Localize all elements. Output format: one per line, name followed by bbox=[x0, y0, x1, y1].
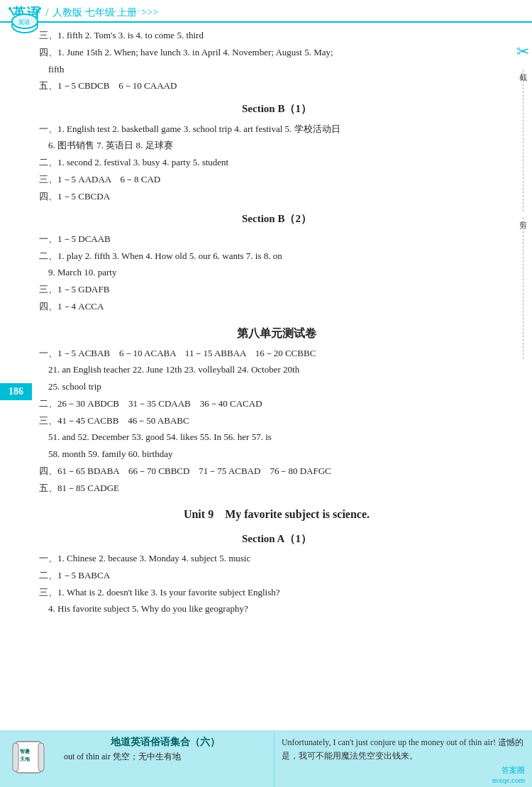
line-prefix: 三、 bbox=[39, 587, 57, 598]
brand-text: 答案圈 bbox=[492, 765, 525, 776]
unit-heading: Unit 9 My favorite subject is science. bbox=[39, 505, 514, 524]
line-prefix: 四、 bbox=[39, 301, 57, 312]
line-prefix: 二、 bbox=[39, 251, 57, 261]
header-divider: / bbox=[45, 6, 48, 19]
line-prefix: 一、 bbox=[39, 348, 57, 358]
page-number: 186 bbox=[0, 383, 32, 400]
content-line: 21. an English teacher 22. June 12th 23.… bbox=[39, 362, 514, 378]
content-line: 四、1. June 15th 2. When; have lunch 3. in… bbox=[39, 45, 514, 61]
footer-right-body: Unfortunately, I can't just conjure up t… bbox=[282, 736, 525, 763]
content-line: 五、1－5 CBDCB 6－10 CAAAD bbox=[39, 78, 514, 94]
line-prefix: 五、 bbox=[39, 483, 57, 493]
svg-text:英语: 英语 bbox=[18, 19, 30, 26]
content-line: 51. and 52. December 53. good 54. likes … bbox=[39, 429, 514, 446]
content-line: 9. March 10. party bbox=[39, 265, 514, 281]
line-prefix: 四、 bbox=[39, 191, 57, 202]
section-heading: Section B（2） bbox=[39, 210, 514, 229]
footer: 智趣 天地 地道英语俗语集合（六） out of thin air 凭空；无中生… bbox=[0, 730, 532, 787]
right-margin: ✂ 截 剪 bbox=[516, 43, 529, 362]
footer-middle-title: 地道英语俗语集合（六） bbox=[64, 736, 267, 749]
footer-middle: 地道英语俗语集合（六） out of thin air 凭空；无中生有地 bbox=[57, 730, 275, 787]
scissors-icon: ✂ bbox=[516, 43, 529, 61]
content-line: 四、1－5 CBCDA bbox=[39, 189, 514, 205]
content-line: 一、1－5 DCAAB bbox=[39, 231, 514, 248]
content-line: 二、1－5 BABCA bbox=[39, 568, 514, 584]
brand-url: mxqe.com bbox=[492, 776, 525, 784]
content-line: 五、81－85 CADGE bbox=[39, 480, 514, 497]
footer-left: 智趣 天地 bbox=[0, 730, 57, 787]
line-prefix: 四、 bbox=[39, 47, 57, 57]
content-line: 一、1. Chinese 2. because 3. Monday 4. sub… bbox=[39, 551, 514, 567]
svg-point-4 bbox=[9, 7, 11, 10]
header-dots: ····················· bbox=[64, 7, 146, 15]
content-line: 一、1－5 ACBAB 6－10 ACABA 11－15 ABBAA 16－20… bbox=[39, 346, 514, 362]
svg-text:天地: 天地 bbox=[19, 756, 31, 762]
line-prefix: 四、 bbox=[39, 466, 57, 476]
svg-text:智趣: 智趣 bbox=[19, 749, 30, 754]
unit-heading: 第八单元测试卷 bbox=[39, 324, 514, 343]
drum-icon: 英语 bbox=[7, 6, 43, 38]
line-prefix: 三、 bbox=[39, 174, 57, 185]
content-line: 二、1. play 2. fifth 3. When 4. How old 5.… bbox=[39, 248, 514, 265]
header: 英语 ····················· 英语 / 人教版 七年级 上册… bbox=[0, 0, 532, 23]
section-heading: Section A（1） bbox=[39, 530, 514, 549]
content-line: 四、1－4 ACCA bbox=[39, 299, 514, 315]
section-heading: Section B（1） bbox=[39, 100, 514, 119]
content-line: 一、1. English test 2. basketball game 3. … bbox=[39, 121, 514, 138]
line-prefix: 三、 bbox=[39, 415, 57, 426]
footer-brand: 答案圈 mxqe.com bbox=[492, 765, 525, 784]
content-line: 6. 图书销售 7. 英语日 8. 足球赛 bbox=[39, 138, 514, 154]
content-line: 三、1－5 AADAA 6－8 CAD bbox=[39, 172, 514, 188]
content-line: 58. month 59. family 60. birthday bbox=[39, 446, 514, 463]
line-prefix: 一、 bbox=[39, 123, 57, 134]
line-prefix: 一、 bbox=[39, 553, 57, 563]
cut-dashed-line-1 bbox=[523, 70, 523, 211]
content-line: 三、41－45 CACBB 46－50 ABABC bbox=[39, 413, 514, 429]
content-line: 二、1. second 2. festival 3. busy 4. party… bbox=[39, 155, 514, 171]
content-line: 4. His favorite subject 5. Why do you li… bbox=[39, 601, 514, 617]
content-line: fifth bbox=[39, 62, 514, 78]
page-wrapper: 英语 ····················· 英语 / 人教版 七年级 上册… bbox=[0, 0, 532, 787]
line-prefix: 一、 bbox=[39, 233, 57, 244]
svg-point-5 bbox=[38, 7, 41, 10]
main-content: 三、1. fifth 2. Tom's 3. is 4. to come 5. … bbox=[0, 23, 532, 622]
content-line: 三、1. fifth 2. Tom's 3. is 4. to come 5. … bbox=[39, 28, 514, 44]
line-prefix: 二、 bbox=[39, 570, 57, 580]
content-line: 四、61－65 BDABA 66－70 CBBCD 71－75 ACBAD 76… bbox=[39, 463, 514, 480]
content-line: 二、26－30 ABDCB 31－35 CDAAB 36－40 CACAD bbox=[39, 396, 514, 412]
footer-middle-body: out of thin air 凭空；无中生有地 bbox=[64, 751, 267, 763]
cut-dashed-line-2 bbox=[523, 217, 523, 359]
scroll-icon: 智趣 天地 bbox=[10, 737, 47, 780]
content-line: 三、1. What is 2. doesn't like 3. Is your … bbox=[39, 585, 514, 601]
content-line: 25. school trip bbox=[39, 379, 514, 395]
line-prefix: 三、 bbox=[39, 284, 57, 295]
content-line: 三、1－5 GDAFB bbox=[39, 282, 514, 298]
content-container: 三、1. fifth 2. Tom's 3. is 4. to come 5. … bbox=[39, 28, 514, 617]
svg-rect-8 bbox=[13, 743, 18, 771]
line-prefix: 二、 bbox=[39, 398, 57, 409]
line-prefix: 二、 bbox=[39, 157, 57, 167]
line-prefix: 五、 bbox=[39, 80, 57, 91]
svg-rect-9 bbox=[38, 743, 44, 771]
